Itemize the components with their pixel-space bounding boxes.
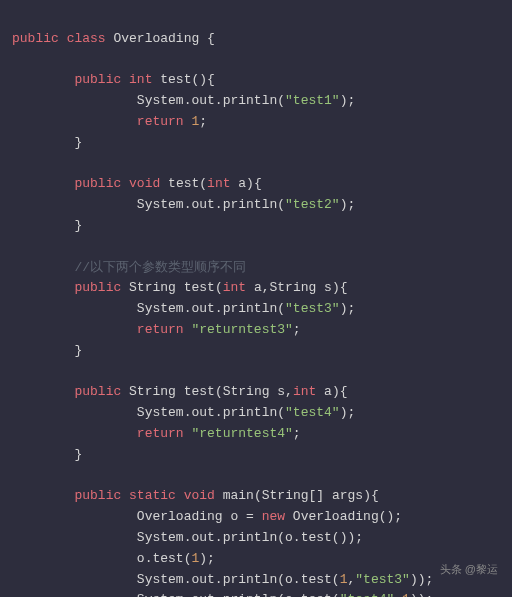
method-sig: a){ bbox=[231, 176, 262, 191]
indent bbox=[12, 218, 74, 233]
comma: , bbox=[394, 592, 402, 597]
keyword-public: public bbox=[74, 280, 121, 295]
stmt-end: ); bbox=[340, 197, 356, 212]
method-name: test bbox=[168, 176, 199, 191]
indent bbox=[12, 447, 74, 462]
keyword-class: class bbox=[67, 31, 106, 46]
indent bbox=[12, 72, 74, 87]
keyword-public: public bbox=[74, 176, 121, 191]
brace-close: } bbox=[74, 447, 82, 462]
stmt: System.out.println( bbox=[137, 301, 285, 316]
keyword-new: new bbox=[262, 509, 285, 524]
indent bbox=[12, 572, 137, 587]
keyword-int: int bbox=[207, 176, 230, 191]
paren: ( bbox=[215, 280, 223, 295]
indent bbox=[12, 322, 137, 337]
indent bbox=[12, 405, 137, 420]
class-name: Overloading bbox=[113, 31, 199, 46]
string-literal: "test3" bbox=[285, 301, 340, 316]
stmt: System.out.println(o.test( bbox=[137, 572, 340, 587]
keyword-void: void bbox=[184, 488, 215, 503]
string-literal: "test1" bbox=[285, 93, 340, 108]
type-string: String bbox=[129, 384, 176, 399]
stmt: System.out.println( bbox=[137, 405, 285, 420]
semicolon: ; bbox=[293, 322, 301, 337]
indent bbox=[12, 93, 137, 108]
keyword-return: return bbox=[137, 322, 184, 337]
stmt: o.test( bbox=[137, 551, 192, 566]
brace-close: } bbox=[74, 218, 82, 233]
stmt-end: )); bbox=[410, 572, 433, 587]
stmt-end: ); bbox=[340, 93, 356, 108]
indent bbox=[12, 135, 74, 150]
keyword-int: int bbox=[129, 72, 152, 87]
keyword-void: void bbox=[129, 176, 160, 191]
indent bbox=[12, 176, 74, 191]
indent bbox=[12, 426, 137, 441]
stmt-end: )); bbox=[410, 592, 433, 597]
keyword-public: public bbox=[74, 384, 121, 399]
keyword-int: int bbox=[293, 384, 316, 399]
string-literal: "test3" bbox=[355, 572, 410, 587]
brace-close: } bbox=[74, 343, 82, 358]
indent bbox=[12, 343, 74, 358]
stmt: Overloading(); bbox=[285, 509, 402, 524]
indent bbox=[12, 114, 137, 129]
method-name: test bbox=[184, 384, 215, 399]
paren: ( bbox=[199, 176, 207, 191]
indent bbox=[12, 551, 137, 566]
indent bbox=[12, 530, 137, 545]
method-sig: a,String s){ bbox=[246, 280, 347, 295]
method-name: test bbox=[184, 280, 215, 295]
type-string: String bbox=[129, 280, 176, 295]
keyword-return: return bbox=[137, 114, 184, 129]
string-literal: "test4" bbox=[285, 405, 340, 420]
string-literal: "returntest4" bbox=[184, 426, 293, 441]
indent bbox=[12, 197, 137, 212]
indent bbox=[12, 301, 137, 316]
indent bbox=[12, 280, 74, 295]
string-literal: "test4" bbox=[340, 592, 395, 597]
brace-close: } bbox=[74, 135, 82, 150]
indent bbox=[12, 509, 137, 524]
method-sig: a){ bbox=[316, 384, 347, 399]
keyword-static: static bbox=[129, 488, 176, 503]
keyword-public: public bbox=[74, 488, 121, 503]
stmt-end: ); bbox=[199, 551, 215, 566]
string-literal: "returntest3" bbox=[184, 322, 293, 337]
indent bbox=[12, 592, 137, 597]
string-literal: "test2" bbox=[285, 197, 340, 212]
method-main: main bbox=[223, 488, 254, 503]
stmt-end: ); bbox=[340, 301, 356, 316]
code-editor[interactable]: public class Overloading { public int te… bbox=[12, 8, 500, 597]
method-sig: (String s, bbox=[215, 384, 293, 399]
stmt: System.out.println( bbox=[137, 197, 285, 212]
stmt-end: ); bbox=[340, 405, 356, 420]
keyword-int: int bbox=[223, 280, 246, 295]
method-sig: (){ bbox=[191, 72, 214, 87]
keyword-return: return bbox=[137, 426, 184, 441]
stmt: System.out.println(o.test()); bbox=[137, 530, 363, 545]
method-name: test bbox=[160, 72, 191, 87]
number-literal: 1 bbox=[184, 114, 200, 129]
stmt: System.out.println(o.test( bbox=[137, 592, 340, 597]
stmt: System.out.println( bbox=[137, 93, 285, 108]
method-sig: (String[] args){ bbox=[254, 488, 379, 503]
indent bbox=[12, 260, 74, 275]
watermark: 头条 @黎运 bbox=[440, 561, 498, 579]
keyword-public: public bbox=[74, 72, 121, 87]
brace: { bbox=[199, 31, 215, 46]
stmt: Overloading o = bbox=[137, 509, 262, 524]
indent bbox=[12, 384, 74, 399]
comment: //以下两个参数类型顺序不同 bbox=[74, 260, 246, 275]
number-literal: 1 bbox=[402, 592, 410, 597]
semicolon: ; bbox=[293, 426, 301, 441]
indent bbox=[12, 488, 74, 503]
semicolon: ; bbox=[199, 114, 207, 129]
keyword-public: public bbox=[12, 31, 59, 46]
